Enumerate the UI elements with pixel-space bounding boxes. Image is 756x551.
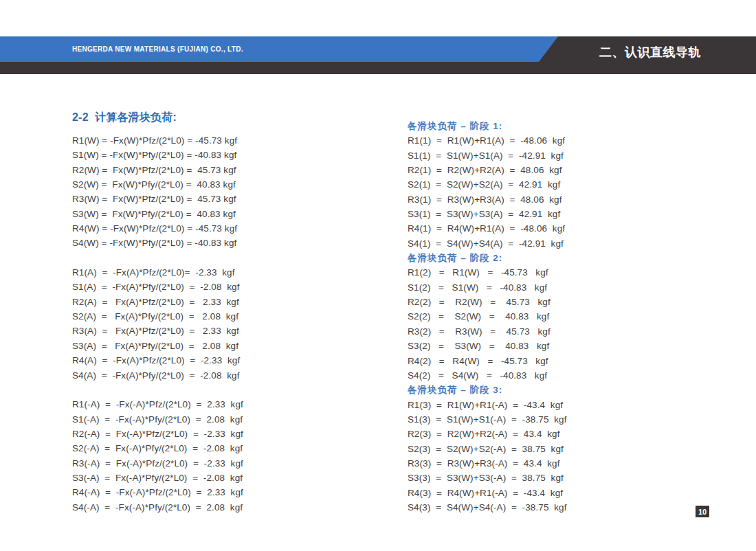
formula-line: R3(3) = R3(W)+R3(-A) = 43.4 kgf bbox=[408, 456, 567, 471]
stage-3-lines: R1(3) = R1(W)+R1(-A) = -43.4 kgfS1(3) = … bbox=[408, 398, 567, 515]
formula-block-w: R1(W) = -Fx(W)*Pfz/(2*L0) = -45.73 kgfS1… bbox=[72, 133, 243, 251]
stage-1-section: 各滑块负荷 – 阶段 1: R1(1) = R1(W)+R1(A) = -48.… bbox=[408, 119, 567, 251]
formula-line: S4(2) = S4(W) = -40.83 kgf bbox=[408, 368, 567, 383]
formula-line: S3(1) = S3(W)+S3(A) = 42.91 kgf bbox=[408, 207, 567, 221]
formula-line: R4(2) = R4(W) = -45.73 kgf bbox=[408, 354, 567, 368]
formula-line: R4(A) = -Fx(A)*Pfz/(2*L0) = -2.33 kgf bbox=[72, 353, 243, 368]
formula-line: S3(W) = Fx(W)*Pfy/(2*L0) = 40.83 kgf bbox=[72, 207, 243, 221]
formula-line: S3(-A) = Fx(-A)*Pfy/(2*L0) = -2.08 kgf bbox=[72, 471, 243, 485]
formula-line: R3(W) = Fx(W)*Pfz/(2*L0) = 45.73 kgf bbox=[72, 192, 243, 206]
formula-line: R3(-A) = Fx(-A)*Pfz/(2*L0) = -2.33 kgf bbox=[72, 456, 243, 471]
page-title: 2-2 计算各滑块负荷: bbox=[72, 111, 177, 125]
slide: HENGERDA NEW MATERIALS (FUJIAN) CO., LTD… bbox=[0, 0, 756, 551]
formula-line: S4(1) = S4(W)+S4(A) = -42.91 kgf bbox=[408, 236, 567, 251]
formula-line: S1(-A) = -Fx(-A)*Pfy/(2*L0) = 2.08 kgf bbox=[72, 412, 243, 427]
formula-line: S3(A) = Fx(A)*Pfy/(2*L0) = 2.08 kgf bbox=[72, 339, 243, 353]
formula-block-a: R1(A) = -Fx(A)*Pfz/(2*L0)= -2.33 kgfS1(A… bbox=[72, 265, 243, 383]
formula-line: R2(3) = R2(W)+R2(-A) = 43.4 kgf bbox=[408, 427, 567, 441]
formula-line: R2(A) = Fx(A)*Pfz/(2*L0) = 2.33 kgf bbox=[72, 295, 243, 309]
stage-3-section: 各滑块负荷 – 阶段 3: R1(3) = R1(W)+R1(-A) = -43… bbox=[408, 383, 567, 515]
formula-line: S2(W) = Fx(W)*Pfy/(2*L0) = 40.83 kgf bbox=[72, 177, 243, 192]
stage-2-lines: R1(2) = R1(W) = -45.73 kgfS1(2) = S1(W) … bbox=[408, 265, 567, 383]
formula-line: R4(1) = R4(W)+R1(A) = -48.06 kgf bbox=[408, 221, 567, 236]
formula-line: S2(2) = S2(W) = 40.83 kgf bbox=[408, 309, 567, 324]
formula-line: S2(-A) = Fx(-A)*Pfy/(2*L0) = -2.08 kgf bbox=[72, 441, 243, 456]
formula-line: R3(A) = Fx(A)*Pfz/(2*L0) = 2.33 kgf bbox=[72, 324, 243, 338]
formula-line: R2(-A) = Fx(-A)*Pfz/(2*L0) = -2.33 kgf bbox=[72, 427, 243, 441]
formula-line: R2(1) = R2(W)+R2(A) = 48.06 kgf bbox=[408, 163, 567, 177]
formula-line: S3(2) = S3(W) = 40.83 kgf bbox=[408, 339, 567, 353]
formula-line: R1(3) = R1(W)+R1(-A) = -43.4 kgf bbox=[408, 398, 567, 412]
formula-line: S2(3) = S2(W)+S2(-A) = 38.75 kgf bbox=[408, 442, 567, 456]
header-section-title: 二、认识直线导轨 bbox=[599, 45, 701, 59]
stage-2-section: 各滑块负荷 – 阶段 2: R1(2) = R1(W) = -45.73 kgf… bbox=[408, 251, 567, 383]
formula-line: S1(A) = -Fx(A)*Pfy/(2*L0) = -2.08 kgf bbox=[72, 280, 243, 294]
right-formula-column: 各滑块负荷 – 阶段 1: R1(1) = R1(W)+R1(A) = -48.… bbox=[408, 119, 567, 515]
stage-3-heading: 各滑块负荷 – 阶段 3: bbox=[408, 383, 567, 397]
formula-line: S4(A) = -Fx(A)*Pfy/(2*L0) = -2.08 kgf bbox=[72, 368, 243, 383]
page-number-badge: 10 bbox=[696, 506, 709, 517]
formula-line: R4(-A) = -Fx(-A)*Pfz/(2*L0) = 2.33 kgf bbox=[72, 485, 243, 499]
formula-line: R1(2) = R1(W) = -45.73 kgf bbox=[408, 265, 567, 280]
stage-2-heading: 各滑块负荷 – 阶段 2: bbox=[408, 251, 567, 265]
header-blue-banner: HENGERDA NEW MATERIALS (FUJIAN) CO., LTD… bbox=[0, 36, 558, 62]
formula-line: S1(3) = S1(W)+S1(-A) = -38.75 kgf bbox=[408, 412, 567, 427]
formula-line: S4(3) = S4(W)+S4(-A) = -38.75 kgf bbox=[408, 500, 567, 515]
company-name: HENGERDA NEW MATERIALS (FUJIAN) CO., LTD… bbox=[72, 45, 243, 53]
formula-line: R4(3) = R4(W)+R1(-A) = -43.4 kgf bbox=[408, 486, 567, 500]
formula-line: S1(2) = S1(W) = -40.83 kgf bbox=[408, 280, 567, 295]
formula-line: R4(W) = -Fx(W)*Pfz/(2*L0) = -45.73 kgf bbox=[72, 221, 243, 236]
formula-line: R3(2) = R3(W) = 45.73 kgf bbox=[408, 324, 567, 339]
formula-line: S2(1) = S2(W)+S2(A) = 42.91 kgf bbox=[408, 177, 567, 192]
formula-line: R1(W) = -Fx(W)*Pfz/(2*L0) = -45.73 kgf bbox=[72, 133, 243, 148]
formula-line: S1(W) = -Fx(W)*Pfy/(2*L0) = -40.83 kgf bbox=[72, 148, 243, 162]
formula-line: S4(W) = -Fx(W)*Pfy/(2*L0) = -40.83 kgf bbox=[72, 236, 243, 250]
formula-line: R1(-A) = -Fx(-A)*Pfz/(2*L0) = 2.33 kgf bbox=[72, 397, 243, 412]
formula-line: S4(-A) = -Fx(-A)*Pfy/(2*L0) = 2.08 kgf bbox=[72, 500, 243, 515]
stage-1-lines: R1(1) = R1(W)+R1(A) = -48.06 kgfS1(1) = … bbox=[408, 133, 567, 251]
formula-line: R1(1) = R1(W)+R1(A) = -48.06 kgf bbox=[408, 133, 567, 148]
formula-line: S3(3) = S3(W)+S3(-A) = 38.75 kgf bbox=[408, 471, 567, 485]
formula-line: R3(1) = R3(W)+R3(A) = 48.06 kgf bbox=[408, 192, 567, 207]
formula-line: R2(W) = Fx(W)*Pfz/(2*L0) = 45.73 kgf bbox=[72, 163, 243, 177]
stage-1-heading: 各滑块负荷 – 阶段 1: bbox=[408, 119, 567, 133]
left-formula-column: R1(W) = -Fx(W)*Pfz/(2*L0) = -45.73 kgfS1… bbox=[72, 133, 243, 515]
formula-line: S2(A) = Fx(A)*Pfy/(2*L0) = 2.08 kgf bbox=[72, 309, 243, 324]
formula-line: R1(A) = -Fx(A)*Pfz/(2*L0)= -2.33 kgf bbox=[72, 265, 243, 280]
formula-block-neg-a: R1(-A) = -Fx(-A)*Pfz/(2*L0) = 2.33 kgfS1… bbox=[72, 397, 243, 515]
formula-line: R2(2) = R2(W) = 45.73 kgf bbox=[408, 295, 567, 309]
formula-line: S1(1) = S1(W)+S1(A) = -42.91 kgf bbox=[408, 148, 567, 163]
